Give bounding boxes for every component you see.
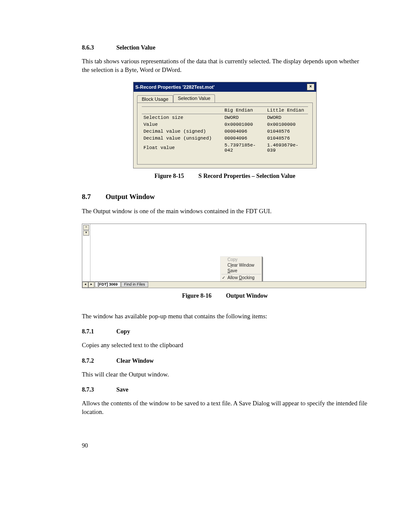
table-header-row: Big Endian Little Endian [142,107,308,114]
table-row: Selection size DWORD DWORD [142,114,308,121]
row-big: 5.7397185e-042 [223,142,265,154]
col-little-endian: Little Endian [265,107,308,114]
paragraph: Copies any selected text to the clipboar… [82,341,368,350]
figure-8-15-caption: Figure 8-15 S Record Properties – Select… [82,173,368,180]
row-little: 01048576 [265,128,308,135]
col-big-endian: Big Endian [223,107,265,114]
heading-title: Copy [116,328,130,335]
table-row: Decimal value (signed) 00004096 01048576 [142,128,308,135]
heading-number: 8.7 [82,193,106,201]
dialog-tabs: Block Usage Selection Value [134,92,316,103]
output-window: × ▾ Copy Clear Window Save ✓ Allow Docki… [82,224,366,288]
heading-number: 8.7.3 [82,386,116,393]
row-label: Selection size [142,114,223,121]
tab-scroll-left[interactable]: ◂ [82,282,88,288]
close-icon: × [309,84,312,89]
table-row: Float value 5.7397185e-042 1.4693679e-03… [142,142,308,154]
heading-number: 8.7.2 [82,358,116,364]
paragraph: The window has available pop-up menu tha… [82,312,368,321]
page-number: 90 [82,442,368,449]
row-big: DWORD [223,114,265,121]
pane-close-icon[interactable]: × [83,225,89,230]
table-row: Value 0x00001000 0x00100000 [142,121,308,128]
heading-8-7-1: 8.7.1 Copy [82,328,368,335]
heading-number: 8.6.3 [82,44,116,51]
pane-divider [90,224,90,282]
checkmark-icon: ✓ [222,275,225,280]
menu-item-clear-window[interactable]: Clear Window [221,262,262,268]
document-page: 8.6.3 Selection Value This tab shows var… [0,0,411,475]
heading-8-6-3: 8.6.3 Selection Value [82,44,368,51]
dialog-titlebar: S-Record Properties '2282Test.mot' × [134,82,316,92]
srecord-properties-dialog: S-Record Properties '2282Test.mot' × Blo… [133,82,317,168]
output-tab-findinfiles[interactable]: Find in Files [121,282,148,287]
heading-title: Save [116,386,128,393]
paragraph: Allows the contents of the window to be … [82,399,368,416]
row-little: 0x00100000 [265,121,308,128]
row-big: 0x00001000 [223,121,265,128]
menu-item-save[interactable]: Save [221,268,262,274]
figure-8-16-caption: Figure 8-16 Output Window [82,292,368,299]
heading-8-7: 8.7 Output Window [82,193,368,201]
tab-scroll-right[interactable]: ▸ [88,282,94,288]
row-big: 00004096 [223,135,265,142]
row-label: Float value [142,142,223,154]
dialog-tabpanel: Big Endian Little Endian Selection size … [137,103,313,165]
dialog-title: S-Record Properties '2282Test.mot' [135,84,215,90]
menu-separator [221,274,261,274]
pane-pin-icon[interactable]: ▾ [83,230,89,236]
figure-number: Figure 8-15 [155,173,184,179]
paragraph: This tab shows various representations o… [82,57,368,74]
row-label: Decimal value (signed) [142,128,223,135]
row-label: Value [142,121,223,128]
heading-number: 8.7.1 [82,328,116,335]
row-little: DWORD [265,114,308,121]
tab-selection-value[interactable]: Selection Value [173,94,215,103]
heading-8-7-2: 8.7.2 Clear Window [82,358,368,364]
output-tabs: ◂ ▸ [FDT] 3069 Find in Files [82,281,366,288]
figure-title: Output Window [226,292,268,299]
menu-item-allow-docking[interactable]: ✓ Allow Docking [221,275,262,280]
row-little: 1.4693679e-039 [265,142,308,154]
paragraph: The Output window is one of the main win… [82,207,368,216]
figure-title: S Record Properties – Selection Value [199,173,296,179]
close-button[interactable]: × [307,84,314,90]
paragraph: This will clear the Output window. [82,370,368,379]
output-tab-active[interactable]: [FDT] 3069 [95,282,121,287]
heading-8-7-3: 8.7.3 Save [82,386,368,393]
pane-grip-buttons: × ▾ [83,225,89,236]
menu-item-copy[interactable]: Copy [221,257,262,262]
selection-value-table: Big Endian Little Endian Selection size … [142,106,308,154]
figure-number: Figure 8-16 [182,292,212,299]
table-row: Decimal value (unsigned) 00004096 010485… [142,135,308,142]
row-big: 00004096 [223,128,265,135]
tab-block-usage[interactable]: Block Usage [137,95,173,103]
row-little: 01048576 [265,135,308,142]
heading-title: Clear Window [116,358,154,364]
row-label: Decimal value (unsigned) [142,135,223,142]
heading-title: Selection Value [116,44,156,51]
heading-title: Output Window [106,193,155,201]
